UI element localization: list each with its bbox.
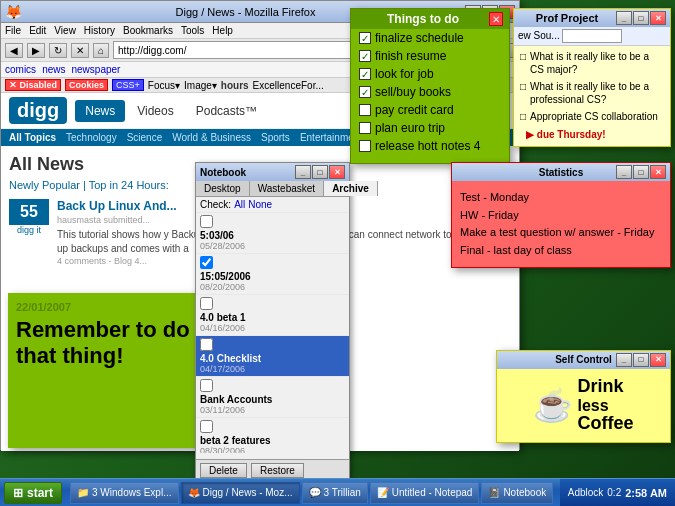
start-button[interactable]: ⊞ start (4, 482, 62, 504)
menu-edit[interactable]: Edit (29, 25, 46, 36)
self-control-window-controls: _ □ ✕ (616, 353, 666, 367)
todo-checkbox[interactable] (359, 68, 371, 80)
css-button[interactable]: CSS+ (112, 79, 144, 91)
menu-tools[interactable]: Tools (181, 25, 204, 36)
focus-label[interactable]: Focus▾ (148, 80, 180, 91)
check-all[interactable]: All (234, 199, 245, 210)
todo-text: look for job (375, 67, 434, 81)
item-checkbox[interactable] (200, 379, 213, 392)
notebook-footer: Delete Restore (196, 459, 349, 478)
list-item[interactable]: beta 2 features 08/30/2006 (196, 418, 349, 453)
sc-minimize[interactable]: _ (616, 353, 632, 367)
prof-titlebar: Prof Project _ □ ✕ (514, 9, 670, 27)
home-button[interactable]: ⌂ (93, 43, 109, 58)
list-item[interactable]: 5:03/06 05/28/2006 (196, 213, 349, 254)
item-checkbox[interactable] (200, 215, 213, 228)
nav-videos[interactable]: Videos (127, 100, 183, 122)
prof-due: ▶ due Thursday! (520, 127, 664, 142)
prof-search-input[interactable] (562, 29, 622, 43)
digg-label[interactable]: digg it (9, 225, 49, 235)
list-item[interactable]: Bank Accounts 03/11/2006 (196, 377, 349, 418)
list-item[interactable]: 15:05/2006 08/20/2006 (196, 254, 349, 295)
notebook-title: Notebook (200, 167, 246, 178)
taskbar-tray: Adblock 0:2 2:58 AM (560, 479, 675, 506)
taskbar-item-explorer[interactable]: 📁 3 Windows Expl... (70, 482, 178, 504)
prof-minimize[interactable]: _ (616, 11, 632, 25)
restore-button[interactable]: Restore (251, 463, 304, 478)
stats-minimize[interactable]: _ (616, 165, 632, 179)
stats-close[interactable]: ✕ (650, 165, 666, 179)
sc-close[interactable]: ✕ (650, 353, 666, 367)
taskbar-item-trillian[interactable]: 💬 3 Trillian (302, 482, 368, 504)
menu-bookmarks[interactable]: Bookmarks (123, 25, 173, 36)
subnav-world[interactable]: World & Business (172, 132, 251, 143)
image-label[interactable]: Image▾ (184, 80, 217, 91)
todo-checkbox[interactable] (359, 140, 371, 152)
adblock-tray: Adblock (568, 487, 604, 498)
menu-help[interactable]: Help (212, 25, 233, 36)
forward-button[interactable]: ▶ (27, 43, 45, 58)
bookmark-comics[interactable]: comics (5, 64, 36, 75)
taskbar-item-firefox[interactable]: 🦊 Digg / News - Moz... (181, 482, 300, 504)
delete-button[interactable]: Delete (200, 463, 247, 478)
subnav-technology[interactable]: Technology (66, 132, 117, 143)
todo-item: finalize schedule (351, 29, 509, 47)
stats-maximize[interactable]: □ (633, 165, 649, 179)
notebook-minimize[interactable]: _ (295, 165, 311, 179)
todo-checkbox[interactable] (359, 50, 371, 62)
todo-item: release hott notes 4 (351, 137, 509, 155)
check-none[interactable]: None (248, 199, 272, 210)
digg-logo[interactable]: digg (9, 97, 67, 124)
todo-text: sell/buy books (375, 85, 451, 99)
notebook-maximize[interactable]: □ (312, 165, 328, 179)
bookmark-newspaper[interactable]: newspaper (71, 64, 120, 75)
taskbar-item-notebook[interactable]: 📓 Notebook (481, 482, 553, 504)
subnav-all-topics[interactable]: All Topics (9, 132, 56, 143)
list-item[interactable]: 4.0 beta 1 04/16/2006 (196, 295, 349, 336)
back-button[interactable]: ◀ (5, 43, 23, 58)
item-checkbox[interactable] (200, 420, 213, 433)
todo-checkbox[interactable] (359, 122, 371, 134)
windows-icon: ⊞ (13, 486, 23, 500)
notebook-taskbar-icon: 📓 (488, 487, 500, 498)
taskbar-item-label: Digg / News - Moz... (203, 487, 293, 498)
nav-news[interactable]: News (75, 100, 125, 122)
tab-archive[interactable]: Archive (324, 181, 378, 196)
tab-desktop[interactable]: Desktop (196, 181, 250, 196)
menu-history[interactable]: History (84, 25, 115, 36)
prof-maximize[interactable]: □ (633, 11, 649, 25)
tab-wastebasket[interactable]: Wastebasket (250, 181, 324, 196)
hours-label: hours (221, 80, 249, 91)
reload-button[interactable]: ↻ (49, 43, 67, 58)
notebook-close[interactable]: ✕ (329, 165, 345, 179)
prof-text: Appropriate CS collaboration (530, 110, 658, 123)
self-control-window: Self Control _ □ ✕ ☕ Drink less Coffee (496, 350, 671, 443)
todo-checkbox[interactable] (359, 32, 371, 44)
menu-view[interactable]: View (54, 25, 76, 36)
item-checkbox[interactable] (200, 338, 213, 351)
prof-close[interactable]: ✕ (650, 11, 666, 25)
subnav-sports[interactable]: Sports (261, 132, 290, 143)
adblock-button[interactable]: ✕ Disabled (5, 79, 61, 91)
nav-podcasts[interactable]: Podcasts™ (186, 100, 267, 122)
todo-checkbox[interactable] (359, 86, 371, 98)
sc-maximize[interactable]: □ (633, 353, 649, 367)
todo-checkbox[interactable] (359, 104, 371, 116)
digg-count: 55 (9, 199, 49, 225)
taskbar-item-notepad[interactable]: 📝 Untitled - Notepad (370, 482, 480, 504)
todo-item: pay credit card (351, 101, 509, 119)
item-checkbox[interactable] (200, 256, 213, 269)
subnav-science[interactable]: Science (127, 132, 163, 143)
cookies-button[interactable]: Cookies (65, 79, 108, 91)
stop-button[interactable]: ✕ (71, 43, 89, 58)
menu-file[interactable]: File (5, 25, 21, 36)
bookmark-news[interactable]: news (42, 64, 65, 75)
taskbar-item-label: Notebook (503, 487, 546, 498)
item-checkbox[interactable] (200, 297, 213, 310)
todo-close-button[interactable]: ✕ (489, 12, 503, 26)
notepad-icon: 📝 (377, 487, 389, 498)
prof-bullet-icon: □ (520, 51, 526, 62)
prof-text: What is it really like to be a professio… (530, 80, 664, 106)
list-item[interactable]: 4.0 Checklist 04/17/2006 (196, 336, 349, 377)
stats-content: Test - Monday HW - Friday Make a test qu… (452, 181, 670, 267)
